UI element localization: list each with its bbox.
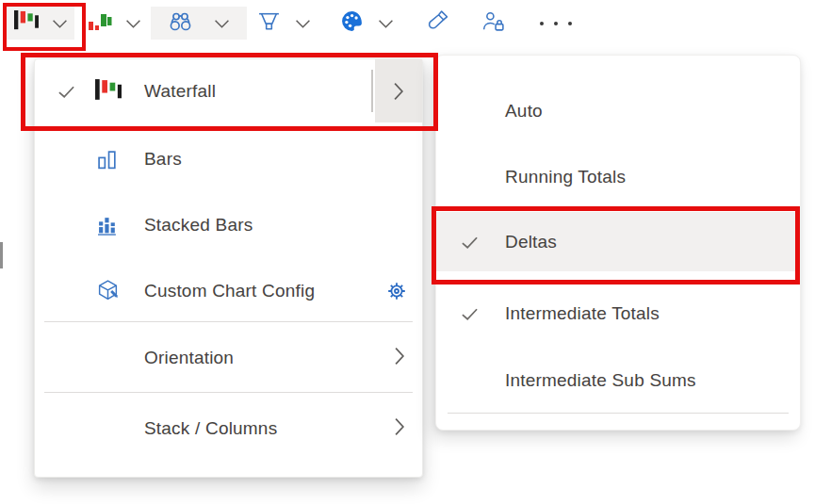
more-options-button[interactable]	[533, 7, 578, 40]
more-ellipsis-icon	[540, 22, 572, 25]
variance-chart-icon	[88, 11, 112, 36]
menu-item-label: Stack / Columns	[144, 418, 277, 439]
check-icon	[461, 308, 477, 320]
chevron-down-icon	[52, 15, 68, 32]
user-lock-icon	[481, 9, 506, 37]
gear-icon[interactable]	[385, 280, 408, 302]
menu-item-label: Orientation	[144, 348, 234, 368]
menu-item-waterfall[interactable]: Waterfall	[35, 59, 422, 122]
check-icon	[57, 85, 73, 97]
submenu-item-intermediate-sub-sums[interactable]: Intermediate Sub Sums	[436, 348, 800, 414]
visual-toolbar	[0, 0, 831, 45]
paintbrush-icon	[425, 9, 449, 37]
submenu-item-auto[interactable]: Auto	[436, 78, 800, 144]
menu-divider	[44, 392, 413, 393]
funnel-icon	[257, 10, 281, 36]
menu-item-label: Bars	[144, 149, 182, 170]
submenu-item-intermediate-totals[interactable]: Intermediate Totals	[436, 281, 800, 347]
screenshot-root: Waterfall Bars	[0, 0, 831, 504]
menu-item-label: Waterfall	[144, 81, 216, 102]
chevron-right-icon	[394, 417, 405, 440]
waterfall-submenu-expand-button[interactable]	[375, 59, 422, 122]
variance-chart-button[interactable]	[81, 7, 147, 40]
chevron-down-icon	[214, 15, 230, 32]
chevron-right-icon	[394, 347, 405, 369]
submenu-item-deltas[interactable]: Deltas	[436, 212, 800, 271]
format-brush-button[interactable]	[418, 7, 456, 40]
user-lock-button[interactable]	[474, 7, 512, 40]
menu-item-stack-columns[interactable]: Stack / Columns	[35, 396, 422, 462]
chart-type-button[interactable]	[7, 7, 74, 40]
theme-palette-button[interactable]	[335, 7, 398, 40]
submenu-item-running-totals[interactable]: Running Totals	[436, 144, 800, 210]
waterfall-submenu: Auto Running Totals Deltas Intermediate …	[435, 55, 801, 431]
menu-item-bars[interactable]: Bars	[35, 126, 422, 192]
menu-divider	[44, 321, 413, 322]
submenu-item-label: Intermediate Totals	[505, 303, 660, 324]
chevron-down-icon	[378, 15, 394, 32]
submenu-item-label: Intermediate Sub Sums	[505, 370, 696, 391]
submenu-divider	[448, 413, 789, 414]
check-icon	[461, 236, 477, 248]
waterfall-chart-icon	[93, 78, 122, 105]
submenu-item-label: Running Totals	[505, 167, 626, 187]
submenu-item-label: Auto	[505, 101, 543, 122]
binoculars-icon	[168, 10, 193, 36]
palette-icon	[340, 9, 364, 37]
stacked-bars-chart-icon	[93, 212, 122, 238]
filter-funnel-button[interactable]	[249, 7, 318, 40]
menu-item-label: Stacked Bars	[144, 215, 253, 236]
submenu-item-label: Deltas	[505, 232, 557, 252]
chevron-down-icon	[125, 15, 141, 32]
menu-item-orientation[interactable]: Orientation	[35, 325, 422, 391]
chevron-down-icon	[295, 15, 311, 32]
waterfall-chart-icon	[13, 9, 39, 37]
menu-item-custom-chart-config[interactable]: Custom Chart Config	[35, 260, 422, 321]
menu-item-label: Custom Chart Config	[144, 281, 315, 301]
view-options-button[interactable]	[151, 7, 247, 40]
cropped-edge-artifact	[0, 242, 3, 268]
chart-type-menu: Waterfall Bars	[34, 58, 423, 478]
submenu-separator	[371, 70, 373, 112]
bars-chart-icon	[93, 146, 122, 172]
menu-item-stacked-bars[interactable]: Stacked Bars	[35, 192, 422, 258]
cube-edit-icon	[93, 278, 122, 304]
